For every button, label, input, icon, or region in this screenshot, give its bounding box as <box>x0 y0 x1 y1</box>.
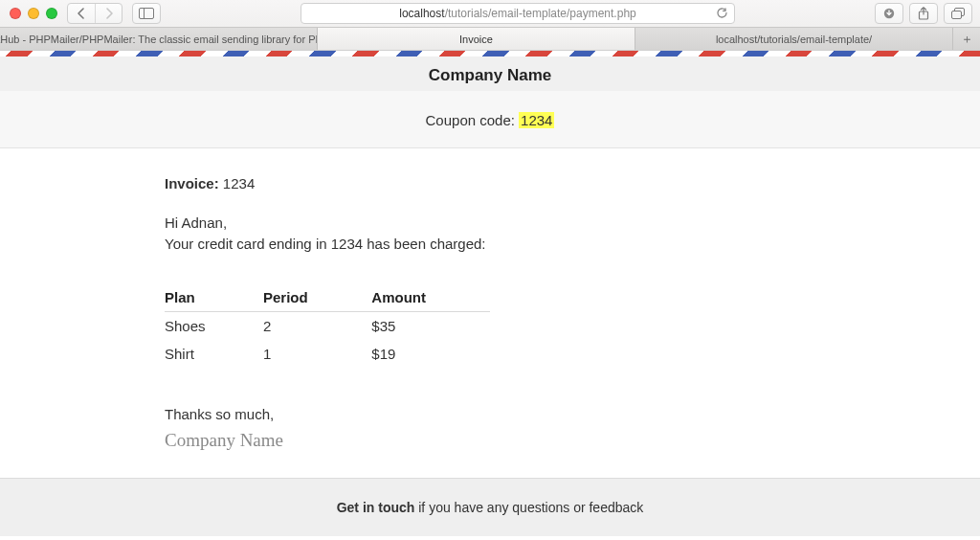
footer-links: Contact Us | Facebook | Twitter | Suppor… <box>0 536 980 541</box>
invoice-label: Invoice: <box>165 175 219 191</box>
sidebar-toggle-button[interactable] <box>132 3 161 24</box>
table-header-row: Plan Period Amount <box>165 283 490 312</box>
cell-period: 1 <box>263 340 371 368</box>
page-viewport: Company Name Coupon code: 1234 Invoice: … <box>0 51 980 540</box>
tabs-overview-button[interactable] <box>944 3 972 24</box>
cell-amount: $35 <box>371 311 490 340</box>
invoice-number: 1234 <box>223 175 255 191</box>
downloads-button[interactable] <box>875 3 903 24</box>
cell-period: 2 <box>263 311 371 340</box>
nav-buttons <box>67 3 122 24</box>
chevron-left-icon <box>77 8 86 19</box>
toolbar-right <box>875 3 972 24</box>
address-bar[interactable]: localhost/tutorials/email-template/payme… <box>301 3 735 24</box>
titlebar: localhost/tutorials/email-template/payme… <box>0 0 980 27</box>
col-amount: Amount <box>371 283 490 312</box>
back-button[interactable] <box>68 4 95 23</box>
invoice-heading: Invoice: 1234 <box>165 175 815 191</box>
greeting-line-2: Your credit card ending in 1234 has been… <box>165 234 815 255</box>
signature: Company Name <box>165 430 815 451</box>
greeting-line-1: Hi Adnan, <box>165 213 815 234</box>
coupon-band: Coupon code: 1234 <box>0 91 980 148</box>
tab-phpmailer[interactable]: GitHub - PHPMailer/PHPMailer: The classi… <box>0 28 318 50</box>
tab-label: localhost/tutorials/email-template/ <box>716 34 872 45</box>
minimize-window-button[interactable] <box>28 8 39 19</box>
sidebar-icon <box>139 8 154 19</box>
thanks-line: Thanks so much, <box>165 406 815 422</box>
reload-button[interactable] <box>716 7 728 19</box>
tab-label: Invoice <box>459 34 493 45</box>
share-icon <box>918 7 929 20</box>
col-plan: Plan <box>165 283 263 312</box>
footer-cta-rest: if you have any questions or feedback <box>414 500 643 515</box>
footer-cta: Get in touch if you have any questions o… <box>0 478 980 536</box>
window-controls <box>8 8 61 19</box>
url-host: localhost <box>399 7 444 20</box>
cell-plan: Shoes <box>165 311 263 340</box>
svg-rect-0 <box>140 9 154 19</box>
coupon-label: Coupon code: <box>426 112 520 128</box>
table-row: Shoes 2 $35 <box>165 311 490 340</box>
new-tab-button[interactable]: ＋ <box>953 28 980 50</box>
company-title: Company Name <box>0 66 980 85</box>
table-row: Shirt 1 $19 <box>165 340 490 368</box>
coupon-code: 1234 <box>519 112 554 128</box>
share-button[interactable] <box>909 3 938 24</box>
email-body: Invoice: 1234 Hi Adnan, Your credit card… <box>165 148 815 451</box>
greeting-block: Hi Adnan, Your credit card ending in 123… <box>165 213 815 255</box>
tab-bar: GitHub - PHPMailer/PHPMailer: The classi… <box>0 27 980 50</box>
line-items-table: Plan Period Amount Shoes 2 $35 Shirt 1 $… <box>165 283 490 368</box>
chevron-right-icon <box>104 8 114 19</box>
svg-rect-5 <box>952 11 962 19</box>
col-period: Period <box>263 283 371 312</box>
url-path: /tutorials/email-template/payment.php <box>445 7 636 20</box>
browser-chrome: localhost/tutorials/email-template/payme… <box>0 0 980 51</box>
footer-cta-bold: Get in touch <box>337 500 415 515</box>
download-icon <box>883 8 895 19</box>
tab-invoice[interactable]: Invoice <box>318 28 635 50</box>
tabs-icon <box>951 8 965 19</box>
tab-email-template[interactable]: localhost/tutorials/email-template/ <box>635 28 953 50</box>
tab-label: GitHub - PHPMailer/PHPMailer: The classi… <box>0 34 318 45</box>
zoom-window-button[interactable] <box>46 8 57 19</box>
close-window-button[interactable] <box>10 8 21 19</box>
forward-button[interactable] <box>95 4 122 23</box>
cell-amount: $19 <box>371 340 490 368</box>
header-band: Company Name <box>0 56 980 91</box>
reload-icon <box>716 7 728 19</box>
cell-plan: Shirt <box>165 340 263 368</box>
